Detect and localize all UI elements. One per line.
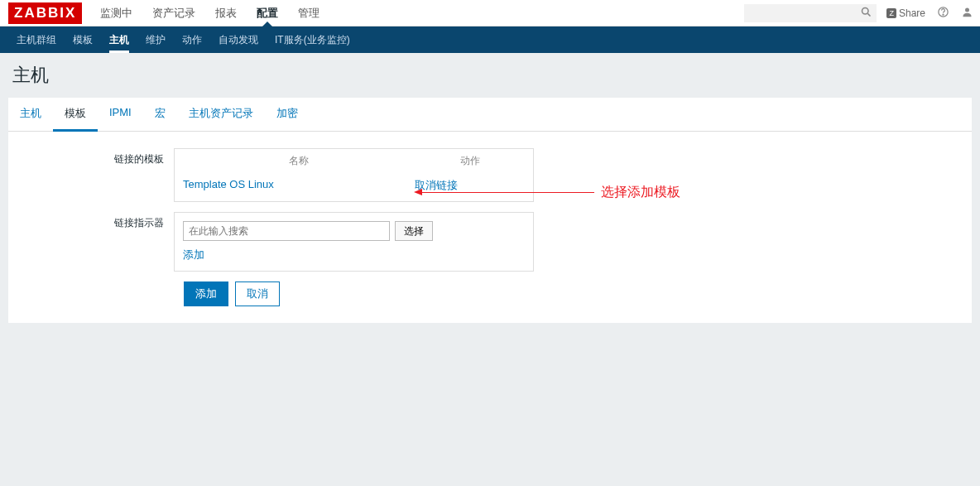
table-row: Template OS Linux取消链接 — [175, 173, 533, 201]
page-title: 主机 — [12, 63, 972, 88]
user-icon[interactable] — [961, 6, 973, 21]
tab-item[interactable]: 主机资产记录 — [177, 98, 265, 131]
top-menu-item[interactable]: 资产记录 — [142, 0, 205, 26]
linked-templates-row: 链接的模板 名称 动作 Template OS Linux取消链接 — [17, 148, 963, 202]
select-button[interactable]: 选择 — [395, 221, 433, 241]
sub-nav-item[interactable]: 模板 — [65, 26, 101, 53]
tab-item[interactable]: 主机 — [8, 98, 53, 131]
help-icon[interactable] — [937, 6, 949, 21]
linked-templates-table: 名称 动作 Template OS Linux取消链接 — [174, 148, 534, 202]
action-buttons: 添加 取消 — [184, 281, 963, 306]
template-search-input[interactable] — [183, 221, 390, 241]
share-badge: Z — [886, 8, 896, 18]
svg-point-3 — [943, 14, 944, 15]
share-label: Share — [899, 7, 925, 19]
sub-nav-item[interactable]: 主机群组 — [8, 26, 65, 53]
page-content: 主机 主机模板IPMI宏主机资产记录加密 链接的模板 名称 动作 Templat… — [0, 53, 980, 333]
top-menu-item[interactable]: 监测中 — [90, 0, 142, 26]
link-indicator-box: 选择 添加 — [174, 212, 534, 272]
linked-templates-control: 名称 动作 Template OS Linux取消链接 — [174, 148, 534, 202]
link-indicator-control: 选择 添加 — [174, 212, 534, 272]
sub-nav-item[interactable]: 自动发现 — [210, 26, 267, 53]
top-menu-item[interactable]: 配置 — [247, 0, 288, 26]
svg-point-4 — [965, 7, 969, 12]
sub-nav-item[interactable]: IT服务(业务监控) — [267, 26, 358, 53]
tab-item[interactable]: IPMI — [98, 98, 143, 131]
submit-button[interactable]: 添加 — [184, 281, 228, 306]
svg-line-1 — [868, 13, 871, 16]
svg-point-0 — [862, 7, 869, 14]
link-indicator-row: 链接指示器 选择 添加 — [17, 212, 963, 272]
search-box[interactable] — [744, 4, 877, 22]
search-input[interactable] — [748, 7, 860, 19]
top-menu-item[interactable]: 管理 — [288, 0, 329, 26]
tab-item[interactable]: 宏 — [143, 98, 177, 131]
template-link[interactable]: Template OS Linux — [183, 178, 274, 190]
top-bar: ZABBIX 监测中资产记录报表配置管理 Z Share — [0, 0, 980, 26]
linked-templates-label: 链接的模板 — [17, 148, 174, 166]
form-area: 链接的模板 名称 动作 Template OS Linux取消链接 链接指示器 — [8, 132, 972, 323]
add-link[interactable]: 添加 — [183, 248, 204, 261]
config-panel: 主机模板IPMI宏主机资产记录加密 链接的模板 名称 动作 Template O… — [8, 98, 972, 323]
table-header: 名称 动作 — [175, 149, 533, 173]
header-action: 动作 — [415, 154, 525, 168]
sub-nav: 主机群组模板主机维护动作自动发现IT服务(业务监控) — [0, 26, 980, 53]
sub-nav-item[interactable]: 维护 — [137, 26, 174, 53]
tabs: 主机模板IPMI宏主机资产记录加密 — [8, 98, 972, 132]
search-combo: 选择 — [183, 221, 525, 241]
link-indicator-label: 链接指示器 — [17, 212, 174, 230]
header-name: 名称 — [183, 154, 415, 168]
sub-nav-item[interactable]: 主机 — [101, 26, 137, 53]
top-menu: 监测中资产记录报表配置管理 — [90, 0, 329, 26]
cancel-button[interactable]: 取消 — [235, 281, 280, 306]
share-button[interactable]: Z Share — [886, 7, 925, 19]
tab-item[interactable]: 加密 — [265, 98, 310, 131]
tab-item[interactable]: 模板 — [53, 98, 98, 132]
search-icon[interactable] — [860, 6, 872, 21]
logo[interactable]: ZABBIX — [8, 2, 82, 24]
top-right: Z Share — [886, 6, 973, 21]
unlink-action[interactable]: 取消链接 — [415, 179, 458, 191]
sub-nav-item[interactable]: 动作 — [174, 26, 210, 53]
top-menu-item[interactable]: 报表 — [205, 0, 247, 26]
